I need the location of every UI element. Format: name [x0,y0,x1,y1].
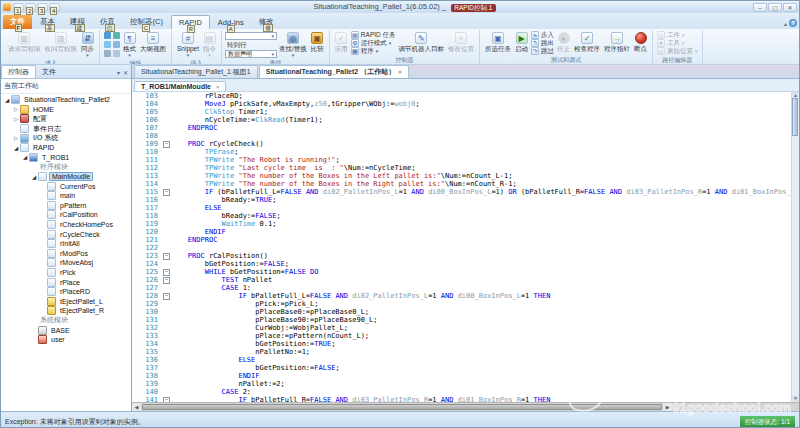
horizontal-scroll-thumb[interactable] [142,404,662,410]
tree-item-RAPID[interactable]: RAPID [1,143,131,153]
code-line[interactable]: 107 ENDPROC [132,124,799,132]
code-line[interactable]: 138 ENDIF [132,372,799,380]
code-line[interactable]: 103 rPlaceRD; [132,92,799,100]
program-pointer[interactable]: →程序指针 [602,31,632,52]
tree-item-CurrentPos[interactable]: CurrentPos [1,181,131,191]
code-line[interactable]: 109− PROC rCycleCheck() [132,140,799,148]
fold-column[interactable]: − [162,396,171,402]
code-line[interactable]: 116 bReady:=TRUE; [132,196,799,204]
tree-item-user[interactable]: user [1,335,131,345]
code-area[interactable]: 103 rPlaceRD;104 MoveJ pPickSafe,vMaxEmp… [132,92,799,402]
code-line[interactable]: 128− IF bPalletFull_L=FALSE AND di02_Pal… [132,292,799,300]
code-line[interactable]: 140 CASE 2: [132,388,799,396]
tree-item-tEjectPallet_R[interactable]: tEjectPallet_R [1,306,131,316]
code-line[interactable]: 115− IF (bPalletFull_L=FALSE AND di02_Pa… [132,188,799,196]
tiny-b-icon[interactable] [104,41,111,48]
check-program[interactable]: ✓检查程序 [572,31,602,52]
code-line[interactable]: 134 bGetPosition:=TRUE; [132,340,799,348]
code-line[interactable]: 135 nPalletNo:=1; [132,348,799,356]
panel-tab-文件[interactable]: 文件 [36,66,62,78]
breakpoint[interactable]: ●断点 [632,31,649,52]
tree-item-T_ROB1[interactable]: T_ROB1 [1,153,131,163]
help-icon[interactable]: ? [789,19,797,27]
horizontal-scrollbar[interactable]: ◀ ▶ [132,402,799,411]
pin-icon[interactable]: ▾ [117,69,120,76]
redo-icon[interactable]: 3 [37,3,48,12]
ribbon-tab-修改[interactable]: 修改修 [252,15,281,29]
code-line[interactable]: 117 ELSE [132,204,799,212]
find-replace[interactable]: ◎查找/替换 ▾ [277,31,309,59]
code-line[interactable]: 110 TPErase; [132,148,799,156]
code-line[interactable]: 129 pPick:=pPick_L; [132,300,799,308]
ribbon-tab-RAPID[interactable]: RAPIDR [171,15,210,29]
fold-column[interactable]: − [162,268,171,276]
code-line[interactable]: 126− TEST nPallet [132,276,799,284]
tree-item-rModPos[interactable]: rModPos [1,249,131,259]
tree-item-rInitAll[interactable]: rInitAll [1,239,131,249]
format[interactable]: ¶格式 ▾ [121,31,138,59]
code-line[interactable]: 114 TPWrite "The number of the Boxes in … [132,180,799,188]
selected-tasks[interactable]: ▣所选任务 [483,31,513,52]
tree-item-pPattern[interactable]: pPattern [1,201,131,211]
release-write-access[interactable]: ▥收回写权限 [43,31,80,52]
ribbon-tab-Add-Ins[interactable]: Add-InsA [211,16,251,29]
tree-item-配置[interactable]: 配置 [1,114,131,124]
close-tab-icon[interactable]: × [398,69,402,75]
code-line[interactable]: 124 bGetPosition:=FALSE; [132,260,799,268]
code-line[interactable]: 137 bGetPosition:=FALSE; [132,364,799,372]
step-over[interactable]: ↷跳过 [530,47,555,55]
screenshot-icon[interactable]: 4 [49,3,60,12]
code-line[interactable]: 125− WHILE bGetPosition=FALSE DO [132,268,799,276]
code-line[interactable]: 118 bReady:=FALSE; [132,212,799,220]
outline-view[interactable]: ≡大纲视图 [138,31,168,52]
fold-column[interactable]: − [162,292,171,300]
close-tab-icon[interactable]: × [216,84,220,90]
combo-数据声明[interactable]: 数据声明▾ [225,50,277,58]
adjust-robtargets[interactable]: ✎调节机器人目标 [397,31,447,52]
panel-tab-控制器[interactable]: 控制器 [1,65,36,78]
tree-item-程序模块[interactable]: 程序模块 [1,162,131,172]
expander-icon[interactable] [12,116,20,122]
collapse-ribbon-icon[interactable]: ▴ [784,20,787,27]
code-line[interactable]: 120 ENDIF [132,228,799,236]
document-tab[interactable]: SituationalTeaching_Pallet_1:视图1 [134,65,258,78]
ribbon-tab-控制器(C)[interactable]: 控制器(C)C [123,15,170,29]
code-line[interactable]: 132 CurWobj:=WobjPallet_L; [132,324,799,332]
code-line[interactable]: 121 ENDPROC [132,236,799,244]
program[interactable]: ▦程序▾ [350,47,397,55]
tree-item-系统模块[interactable]: 系统模块 [1,316,131,326]
apply[interactable]: ✓应用 [333,31,350,52]
code-line[interactable]: 127 CASE 1: [132,284,799,292]
code-line[interactable]: 131 pPlaceBase90:=pPlaceBase90_L; [132,316,799,324]
code-line[interactable]: 119 WaitTime 0.1; [132,220,799,228]
ribbon-tab-文件[interactable]: 文件F [3,15,32,29]
tree-item-rMoveAbsj[interactable]: rMoveAbsj [1,258,131,268]
expander-icon[interactable] [12,106,20,112]
save-icon[interactable]: 1 [13,3,24,12]
tree-item-rCheckHomePos[interactable]: rCheckHomePos [1,220,131,230]
tree-item-HOME[interactable]: HOME [1,105,131,115]
close-button[interactable]: ✕ [783,3,797,12]
module-tab[interactable]: T_ROB1/MainMoudle × [134,81,226,91]
tree-item-SituationalTeaching_Pallet2[interactable]: SituationalTeaching_Pallet2 [1,95,131,105]
code-line[interactable]: 133 pPlace:=pPattern(nCount_L); [132,332,799,340]
tiny-a-icon[interactable] [104,32,111,39]
ribbon-tab-仿真[interactable]: 仿真仿 [93,15,122,29]
modify-position[interactable]: +修改位置 [446,31,476,52]
code-line[interactable]: 112 TPWrite "Last cycle time is : "\Num:… [132,164,799,172]
code-line[interactable]: 104 MoveJ pPickSafe,vMaxEmpty,z50,tGripp… [132,100,799,108]
combo-empty[interactable]: ▾ [225,32,277,40]
vertical-scroll-thumb[interactable] [792,98,798,136]
synchronize[interactable]: ⇵同步 ▾ [79,31,96,59]
origin-position[interactable]: ⌂原始位置▾ [656,47,699,55]
tree-item-BASE[interactable]: BASE [1,325,131,335]
fold-column[interactable]: − [162,188,171,196]
document-tab[interactable]: SituationalTeaching_Pallet2 （工作站）× [259,65,409,78]
fold-toggle-icon[interactable]: − [163,397,170,402]
code-line[interactable]: 113 TPWrite "The number of the Boxes in … [132,172,799,180]
scroll-right-icon[interactable]: ▶ [663,403,672,411]
undo-icon[interactable]: 2 [25,3,36,12]
vertical-scrollbar[interactable]: ▲ ▼ [791,92,799,402]
tree-item-main[interactable]: main [1,191,131,201]
tiny-f-icon[interactable] [113,50,120,57]
